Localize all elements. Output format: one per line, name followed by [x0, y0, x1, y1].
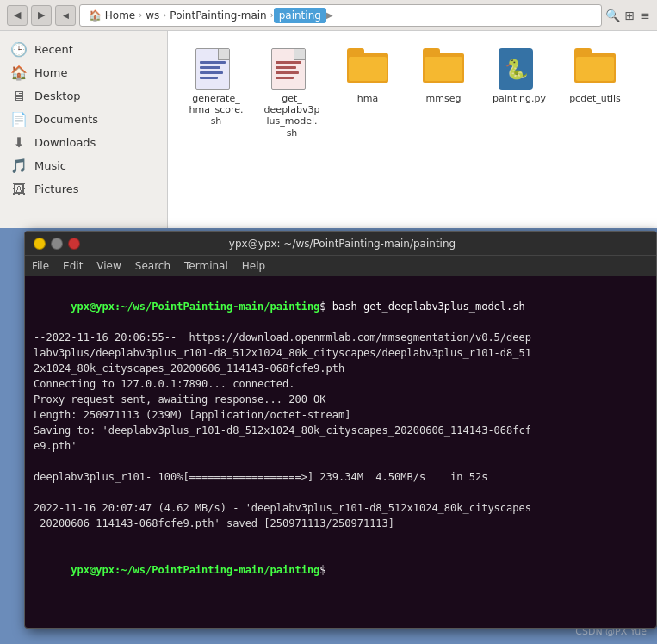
file-manager-sidebar: 🕒 Recent 🏠 Home 🖥 Desktop 📄 Documents ⬇ …	[0, 31, 168, 228]
sidebar-item-downloads[interactable]: ⬇ Downloads	[0, 131, 167, 154]
terminal-output-blank-2	[34, 485, 648, 500]
terminal-output-blank-1	[34, 454, 648, 469]
home-icon: 🏠	[10, 65, 28, 81]
sidebar-label-music: Music	[34, 159, 66, 172]
folder-icon-hma	[347, 48, 388, 90]
sidebar-label-pictures: Pictures	[34, 183, 78, 195]
terminal-title: ypx@ypx: ~/ws/PointPainting-main/paintin…	[80, 238, 604, 250]
file-label-pcdet-utils: pcdet_utils	[569, 93, 621, 104]
terminal-titlebar: ypx@ypx: ~/ws/PointPainting-main/paintin…	[25, 232, 656, 256]
terminal-output-4: Connecting to 127.0.0.1:7890... connecte…	[34, 376, 648, 392]
sidebar-item-home[interactable]: 🏠 Home	[0, 61, 167, 84]
terminal-prompt-1: ypx@ypx:~/ws/PointPainting-main/painting	[71, 300, 319, 313]
terminal-output-7: Saving to: 'deeplabv3plus_r101-d8_512x10…	[34, 423, 648, 438]
file-label-hma: hma	[357, 93, 378, 104]
folder-icon-mmseg	[423, 48, 464, 90]
file-manager-toolbar: ◀ ▶ ◀ 🏠 Home › ws › PointPainting-main ›…	[0, 0, 657, 31]
recent-icon: 🕒	[10, 41, 28, 58]
view-toggle-icon[interactable]: ⊞	[625, 9, 635, 22]
breadcrumb-home[interactable]: 🏠 Home	[85, 9, 139, 22]
music-icon: 🎵	[10, 158, 28, 174]
file-hma-folder[interactable]: hma	[333, 45, 402, 142]
file-manager-content: generate_hma_score.sh get_deeplabv3plus_…	[168, 31, 657, 228]
terminal-menubar: File Edit View Search Terminal Help	[25, 256, 656, 276]
nav-buttons: ◀ ▶ ◀	[7, 5, 76, 26]
terminal-line-prompt: ypx@ypx:~/ws/PointPainting-main/painting…	[34, 283, 648, 330]
menu-icon[interactable]: ≡	[640, 9, 650, 22]
breadcrumb-arrow: ▶	[326, 10, 333, 20]
sidebar-label-home: Home	[34, 66, 67, 79]
window-controls	[34, 238, 80, 250]
file-generate-hma[interactable]: generate_hma_score.sh	[182, 45, 251, 142]
terminal-cursor: $	[319, 564, 325, 576]
sidebar-item-desktop[interactable]: 🖥 Desktop	[0, 84, 167, 108]
script-icon-generate	[195, 48, 237, 90]
file-manager-window: ◀ ▶ ◀ 🏠 Home › ws › PointPainting-main ›…	[0, 0, 657, 228]
file-label-mmseg: mmseg	[426, 93, 462, 104]
folder-icon-pcdet	[574, 48, 616, 90]
sidebar-item-music[interactable]: 🎵 Music	[0, 154, 167, 177]
file-label-painting-py: painting.py	[493, 93, 546, 104]
minimize-button[interactable]	[34, 238, 46, 250]
terminal-output-6: Length: 250971113 (239M) [application/oc…	[34, 407, 648, 423]
menu-view[interactable]: View	[96, 260, 121, 272]
terminal-prompt-2: ypx@ypx:~/ws/PointPainting-main/painting	[71, 564, 319, 576]
terminal-output-2: labv3plus/deeplabv3plus_r101-d8_512x1024…	[34, 345, 648, 361]
file-get-deeplabv3[interactable]: get_deeplabv3plus_model.sh	[257, 45, 326, 142]
python-icon-painting: 🐍	[499, 48, 540, 90]
documents-icon: 📄	[10, 111, 28, 127]
terminal-output-1: --2022-11-16 20:06:55-- https://download…	[34, 330, 648, 345]
menu-help[interactable]: Help	[242, 260, 265, 272]
back-button[interactable]: ◀	[7, 5, 28, 26]
sidebar-item-documents[interactable]: 📄 Documents	[0, 108, 167, 131]
up-button[interactable]: ◀	[55, 5, 76, 26]
terminal-window: ypx@ypx: ~/ws/PointPainting-main/paintin…	[24, 231, 657, 629]
sidebar-label-downloads: Downloads	[34, 136, 96, 149]
desktop-icon: 🖥	[10, 88, 28, 104]
close-button[interactable]	[68, 238, 80, 250]
menu-search[interactable]: Search	[135, 260, 170, 272]
terminal-output-progress: deeplabv3plus_r101- 100%[===============…	[34, 469, 648, 485]
script-icon-deeplabv3	[271, 48, 313, 90]
terminal-body[interactable]: ypx@ypx:~/ws/PointPainting-main/painting…	[25, 276, 656, 628]
toolbar-actions: 🔍 ⊞ ≡	[605, 9, 650, 22]
pictures-icon: 🖼	[10, 181, 28, 197]
breadcrumb-painting[interactable]: painting	[274, 8, 326, 23]
file-manager-body: 🕒 Recent 🏠 Home 🖥 Desktop 📄 Documents ⬇ …	[0, 31, 657, 228]
file-mmseg-folder[interactable]: mmseg	[409, 45, 478, 142]
breadcrumb-pointpainting[interactable]: PointPainting-main	[166, 9, 270, 22]
sidebar-label-desktop: Desktop	[34, 90, 81, 102]
terminal-output-saved-2: _20200606_114143-068fcfe9.pth' saved [25…	[34, 516, 648, 531]
breadcrumb-ws[interactable]: ws	[142, 9, 163, 22]
sidebar-item-pictures[interactable]: 🖼 Pictures	[0, 177, 167, 201]
sidebar-item-recent[interactable]: 🕒 Recent	[0, 38, 167, 61]
menu-edit[interactable]: Edit	[63, 260, 83, 272]
terminal-output-blank-3	[34, 531, 648, 547]
file-pcdet-utils-folder[interactable]: pcdet_utils	[561, 45, 629, 142]
sidebar-label-recent: Recent	[34, 43, 73, 56]
file-label-get-deeplabv3: get_deeplabv3plus_model.sh	[264, 93, 320, 139]
sidebar-label-documents: Documents	[34, 113, 98, 126]
menu-file[interactable]: File	[32, 260, 49, 272]
terminal-output-3: 2x1024_80k_cityscapes_20200606_114143-06…	[34, 361, 648, 376]
terminal-final-prompt: ypx@ypx:~/ws/PointPainting-main/painting…	[34, 547, 648, 593]
terminal-output-8: e9.pth'	[34, 438, 648, 454]
terminal-command-1: $ bash get_deeplabv3plus_model.sh	[319, 300, 524, 313]
maximize-button[interactable]	[51, 238, 63, 250]
file-painting-py[interactable]: 🐍 painting.py	[485, 45, 554, 142]
downloads-icon: ⬇	[10, 134, 28, 151]
terminal-output-saved-1: 2022-11-16 20:07:47 (4.62 MB/s) - 'deepl…	[34, 500, 648, 516]
breadcrumb: 🏠 Home › ws › PointPainting-main › paint…	[79, 4, 602, 27]
file-label-generate-hma: generate_hma_score.sh	[189, 93, 244, 127]
forward-button[interactable]: ▶	[31, 5, 52, 26]
menu-terminal[interactable]: Terminal	[184, 260, 228, 272]
search-icon[interactable]: 🔍	[605, 9, 620, 22]
terminal-output-5: Proxy request sent, awaiting response...…	[34, 392, 648, 407]
